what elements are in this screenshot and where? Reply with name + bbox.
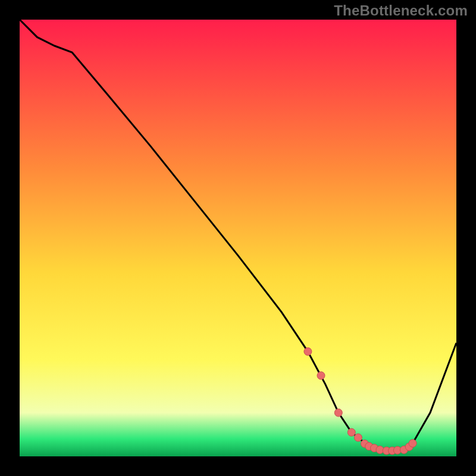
marker-point	[354, 434, 362, 441]
gradient-background	[20, 20, 456, 456]
marker-point	[409, 440, 416, 447]
chart-svg	[20, 20, 456, 456]
watermark-text: TheBottleneck.com	[334, 2, 468, 19]
plot-area	[20, 20, 456, 456]
marker-point	[347, 428, 355, 436]
marker-point	[304, 347, 312, 355]
marker-point	[334, 409, 342, 416]
chart-frame: TheBottleneck.com	[0, 0, 476, 476]
marker-point	[317, 372, 325, 380]
